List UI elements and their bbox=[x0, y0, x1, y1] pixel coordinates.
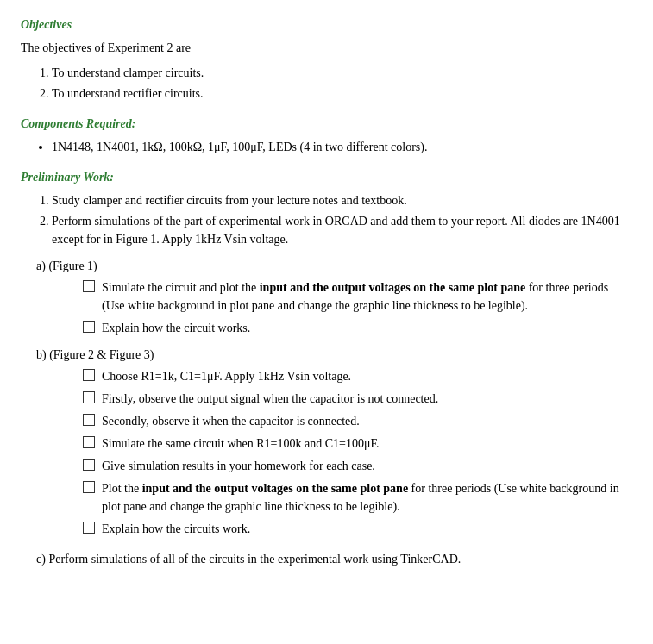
bold-text: input and the output voltages on the sam… bbox=[260, 281, 525, 294]
page-title: Objectives bbox=[21, 16, 632, 34]
checkbox-b4 bbox=[83, 436, 95, 448]
part-b-section: b) (Figure 2 & Figure 3) Choose R1=1k, C… bbox=[36, 346, 632, 538]
part-a-section: a) (Figure 1) Simulate the circuit and p… bbox=[36, 257, 632, 337]
checkbox-item-b1: Choose R1=1k, C1=1μF. Apply 1kHz Vsin vo… bbox=[83, 367, 632, 385]
components-list: 1N4148, 1N4001, 1kΩ, 100kΩ, 1μF, 100μF, … bbox=[52, 138, 632, 156]
checkbox-item-b6: Plot the input and the output voltages o… bbox=[83, 479, 632, 516]
checkbox-item-b5: Give simulation results in your homework… bbox=[83, 457, 632, 475]
checkbox-b7-text: Explain how the circuits work. bbox=[102, 520, 632, 538]
part-b-label: b) (Figure 2 & Figure 3) bbox=[36, 346, 632, 364]
preliminary-list: Study clamper and rectifier circuits fro… bbox=[52, 191, 632, 248]
checkbox-b1-text: Choose R1=1k, C1=1μF. Apply 1kHz Vsin vo… bbox=[102, 367, 632, 385]
checkbox-b1 bbox=[83, 369, 95, 381]
checkbox-item-b7: Explain how the circuits work. bbox=[83, 520, 632, 538]
checkbox-item-b2: Firstly, observe the output signal when … bbox=[83, 390, 632, 408]
bold-text-b6: input and the output voltages on the sam… bbox=[142, 482, 408, 495]
list-item: To understand clamper circuits. bbox=[52, 64, 632, 82]
checkbox-a2-text: Explain how the circuit works. bbox=[102, 319, 632, 337]
checkbox-item-b4: Simulate the same circuit when R1=100k a… bbox=[83, 435, 632, 453]
checkbox-b7 bbox=[83, 522, 95, 534]
checkbox-b5-text: Give simulation results in your homework… bbox=[102, 457, 632, 475]
checkbox-b2 bbox=[83, 391, 95, 403]
components-heading: Components Required: bbox=[21, 115, 632, 133]
checkbox-item-a2: Explain how the circuit works. bbox=[83, 319, 632, 337]
list-item: To understand rectifier circuits. bbox=[52, 84, 632, 103]
checkbox-item-a1: Simulate the circuit and plot the input … bbox=[83, 278, 632, 315]
checkbox-b5 bbox=[83, 459, 95, 471]
checkbox-a2 bbox=[83, 321, 95, 333]
checkbox-b2-text: Firstly, observe the output signal when … bbox=[102, 390, 632, 408]
preliminary-heading: Preliminary Work: bbox=[21, 168, 632, 186]
checkbox-item-b3: Secondly, observe it when the capacitor … bbox=[83, 412, 632, 430]
checkbox-b3-text: Secondly, observe it when the capacitor … bbox=[102, 412, 632, 430]
list-item: 1N4148, 1N4001, 1kΩ, 100kΩ, 1μF, 100μF, … bbox=[52, 138, 632, 156]
part-c-label: c) Perform simulations of all of the cir… bbox=[36, 550, 632, 568]
intro-text: The objectives of Experiment 2 are bbox=[21, 39, 632, 57]
list-item: Study clamper and rectifier circuits fro… bbox=[52, 191, 632, 209]
objectives-list: To understand clamper circuits. To under… bbox=[52, 64, 632, 103]
checkbox-b4-text: Simulate the same circuit when R1=100k a… bbox=[102, 435, 632, 453]
part-c-section: c) Perform simulations of all of the cir… bbox=[36, 550, 632, 568]
checkbox-b6-text: Plot the input and the output voltages o… bbox=[102, 479, 632, 516]
checkbox-a1 bbox=[83, 280, 95, 292]
checkbox-b6 bbox=[83, 481, 95, 493]
checkbox-b3 bbox=[83, 414, 95, 426]
part-a-label: a) (Figure 1) bbox=[36, 257, 632, 275]
checkbox-a1-text: Simulate the circuit and plot the input … bbox=[102, 278, 632, 315]
list-item: Perform simulations of the part of exper… bbox=[52, 212, 632, 248]
